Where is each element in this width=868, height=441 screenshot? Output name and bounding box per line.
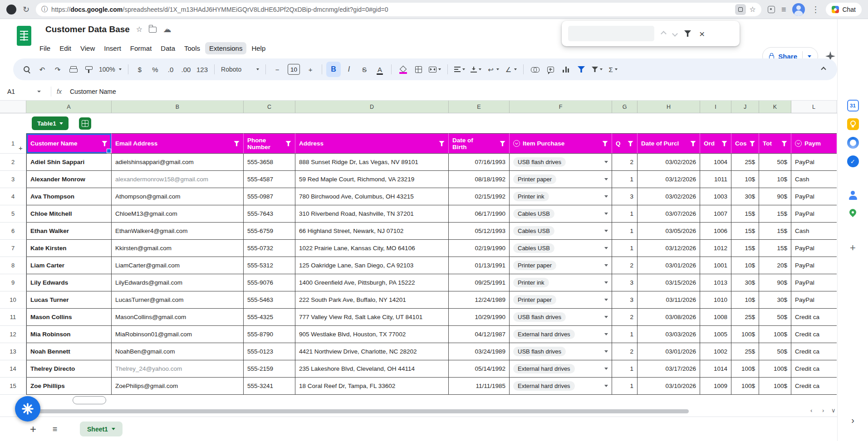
find-previous-icon[interactable] — [661, 31, 667, 37]
payment-cell[interactable]: PayPal — [791, 240, 837, 257]
item-cell[interactable]: Cables USB — [510, 223, 612, 240]
column-item-purchase-header[interactable]: Item Purchase — [510, 133, 612, 154]
item-cell[interactable]: Printer paper — [510, 291, 612, 309]
payment-cell[interactable]: Credit ca — [791, 360, 837, 378]
menu-format[interactable]: Format — [126, 42, 156, 54]
menu-help[interactable]: Help — [247, 42, 270, 54]
email-cell[interactable]: LiamCarter@gmail.com — [112, 257, 244, 274]
item-chip[interactable]: Cables USB — [513, 226, 554, 236]
redo-button[interactable]: ↷ — [50, 62, 65, 77]
dropdown-caret-icon[interactable] — [604, 333, 608, 335]
site-info-icon[interactable]: ⓘ — [41, 5, 48, 14]
filter-icon[interactable] — [102, 141, 108, 146]
email-cell[interactable]: ZoePhilips@gmail.com — [112, 378, 244, 395]
total-cell[interactable]: 90$ — [759, 188, 791, 205]
row-header-11[interactable]: 11 — [0, 309, 26, 326]
item-chip[interactable]: USB flash drives — [513, 347, 566, 356]
total-cell[interactable]: 15$ — [759, 223, 791, 240]
keep-icon[interactable] — [847, 118, 859, 130]
purchased-cell[interactable]: 03/12/2026 — [638, 171, 700, 188]
phone-cell[interactable]: 555-5312 — [244, 257, 295, 274]
purchased-cell[interactable]: 03/17/2026 — [638, 360, 700, 378]
refresh-icon[interactable]: ↻ — [23, 5, 29, 14]
find-input[interactable] — [568, 26, 654, 41]
item-cell[interactable]: USB flash drives — [510, 309, 612, 326]
star-icon[interactable]: ☆ — [136, 26, 142, 33]
find-next-icon[interactable] — [672, 31, 678, 37]
insert-comment-button[interactable] — [543, 62, 558, 77]
add-addon-icon[interactable]: + — [847, 242, 859, 254]
payment-cell[interactable]: Cash — [791, 223, 837, 240]
cost-cell[interactable]: 25$ — [731, 154, 759, 171]
column-header-e[interactable]: E — [449, 101, 510, 113]
column-header-i[interactable]: I — [700, 101, 731, 113]
dob-cell[interactable]: 11/11/1985 — [449, 378, 510, 395]
cost-cell[interactable]: 25$ — [731, 309, 759, 326]
row-header-9[interactable]: 9 — [0, 274, 26, 291]
address-cell[interactable]: 235 Lakeshore Blvd, Cleveland, OH 44114 — [295, 360, 449, 378]
extension-ring-icon[interactable] — [847, 137, 859, 149]
qty-cell[interactable]: 3 — [612, 291, 638, 309]
row-header-6[interactable]: 6 — [0, 223, 26, 240]
dropdown-caret-icon[interactable] — [604, 385, 608, 387]
order-cell[interactable]: 1003 — [700, 188, 731, 205]
increase-font-size-button[interactable]: + — [303, 62, 318, 77]
menu-view[interactable]: View — [76, 42, 99, 54]
order-cell[interactable]: 1007 — [700, 205, 731, 223]
phone-cell[interactable]: 555-5463 — [244, 291, 295, 309]
filter-icon[interactable] — [690, 141, 696, 146]
format-currency-button[interactable]: $ — [132, 62, 147, 77]
menu-edit[interactable]: Edit — [55, 42, 75, 54]
cost-cell[interactable]: 10$ — [731, 171, 759, 188]
qty-cell[interactable]: 1 — [612, 205, 638, 223]
purchased-cell[interactable]: 03/01/2026 — [638, 257, 700, 274]
address-cell[interactable]: 905 Westlake Blvd, Houston, TX 77002 — [295, 326, 449, 343]
dob-cell[interactable]: 08/18/1992 — [449, 171, 510, 188]
item-chip[interactable]: Printer paper — [513, 174, 556, 184]
total-cell[interactable]: 10$ — [759, 171, 791, 188]
create-filter-button[interactable] — [574, 62, 588, 77]
address-bar[interactable]: ⓘ https://docs.google.com/spreadsheets/d… — [36, 3, 761, 16]
dropdown-caret-icon[interactable] — [604, 213, 608, 215]
phone-cell[interactable]: 555-2159 — [244, 360, 295, 378]
menu-file[interactable]: File — [35, 42, 54, 54]
table-chip-dropdown-icon[interactable] — [59, 122, 63, 125]
total-cell[interactable]: 100$ — [759, 378, 791, 395]
payment-cell[interactable]: PayPal — [791, 274, 837, 291]
cost-cell[interactable]: 10$ — [731, 257, 759, 274]
email-cell[interactable]: NoahBen@gmail.com — [112, 343, 244, 360]
row-header-12[interactable]: 12 — [0, 326, 26, 343]
item-cell[interactable]: External hard drives — [510, 360, 612, 378]
payment-cell[interactable]: PayPal — [791, 291, 837, 309]
email-cell[interactable]: alexandermonrow158@gmail.com — [112, 171, 244, 188]
phone-cell[interactable]: 555-4325 — [244, 309, 295, 326]
bookmark-star-icon[interactable]: ☆ — [750, 5, 756, 14]
email-cell[interactable]: Thelrey_24@yahoo.com — [112, 360, 244, 378]
qty-cell[interactable]: 1 — [612, 360, 638, 378]
insert-chart-button[interactable] — [559, 62, 573, 77]
move-to-folder-icon[interactable] — [149, 27, 157, 33]
dropdown-caret-icon[interactable] — [604, 195, 608, 198]
scroll-down-icon[interactable]: ∨ — [831, 407, 836, 413]
column-cos-header[interactable]: Cos — [731, 133, 759, 154]
total-cell[interactable]: 100$ — [759, 360, 791, 378]
address-cell[interactable]: 59 Red Maple Court, Richmond, VA 23219 — [295, 171, 449, 188]
total-cell[interactable]: 50$ — [759, 309, 791, 326]
email-cell[interactable]: MiaRobinson01@gmail.com — [112, 326, 244, 343]
dob-cell[interactable]: 04/12/1987 — [449, 326, 510, 343]
order-cell[interactable]: 1012 — [700, 240, 731, 257]
email-cell[interactable]: LilyEdwards@gmail.com — [112, 274, 244, 291]
column-tot-header[interactable]: Tot — [759, 133, 791, 154]
sheet-tab-dropdown-icon[interactable] — [112, 428, 115, 430]
phone-cell[interactable]: 555-3658 — [244, 154, 295, 171]
item-chip[interactable]: Cables USB — [513, 243, 554, 253]
name-cell[interactable]: Ethan Walker — [26, 223, 112, 240]
total-cell[interactable]: 15$ — [759, 240, 791, 257]
phone-cell[interactable]: 555-9076 — [244, 274, 295, 291]
order-cell[interactable]: 1014 — [700, 360, 731, 378]
row-header-7[interactable]: 7 — [0, 240, 26, 257]
payment-cell[interactable]: Credit ca — [791, 378, 837, 395]
panel-expand-icon[interactable]: › — [851, 415, 854, 426]
address-cell[interactable]: 780 Birchwood Ave, Columbus, OH 43215 — [295, 188, 449, 205]
more-formats-button[interactable]: 123 — [194, 62, 210, 77]
